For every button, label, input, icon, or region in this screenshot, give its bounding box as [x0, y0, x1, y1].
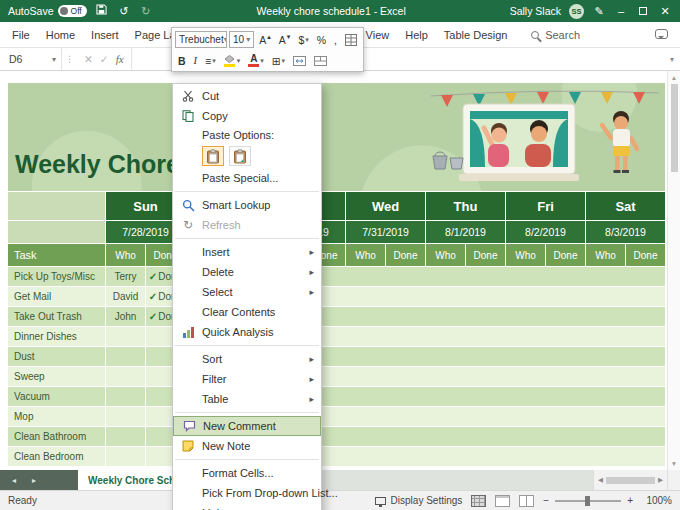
who-cell[interactable]: David	[106, 287, 145, 306]
tab-insert[interactable]: Insert	[83, 22, 127, 47]
menu-item-filter[interactable]: Filter▸	[173, 369, 321, 389]
date-cell[interactable]: 8/1/2019	[426, 221, 505, 243]
menu-item-link[interactable]: Link▸	[173, 503, 321, 510]
menu-item-table[interactable]: Table▸	[173, 389, 321, 409]
menu-item-format-cells[interactable]: Format Cells...	[173, 463, 321, 483]
task-cell[interactable]: Get Mail	[8, 287, 105, 306]
bold-button[interactable]: B	[175, 52, 189, 70]
sheet-navigation[interactable]: ◂ ▸	[0, 470, 78, 490]
menu-item-copy[interactable]: Copy	[173, 106, 321, 126]
next-sheet-icon[interactable]: ▸	[32, 476, 36, 485]
save-icon[interactable]	[95, 0, 109, 22]
tab-file[interactable]: File	[4, 22, 38, 47]
maximize-button[interactable]	[636, 0, 650, 22]
menu-item-sort[interactable]: Sort▸	[173, 349, 321, 369]
column-header-task[interactable]: Task	[8, 244, 105, 266]
menu-item-new-note[interactable]: New Note	[173, 436, 321, 456]
scroll-left-icon[interactable]: ◀	[598, 476, 603, 484]
font-color-button[interactable]: A▾	[245, 52, 267, 70]
task-cell[interactable]: Take Out Trash	[8, 307, 105, 326]
pen-icon[interactable]: ✎	[592, 0, 606, 22]
who-cell[interactable]	[106, 447, 145, 466]
cancel-icon[interactable]: ✕	[84, 53, 93, 65]
menu-item-insert[interactable]: Insert▸	[173, 242, 321, 262]
name-box[interactable]: D6▾	[0, 48, 62, 70]
column-header-done[interactable]: Done	[386, 244, 425, 266]
zoom-out-icon[interactable]: −	[543, 495, 549, 506]
borders-button[interactable]: ⊞▾	[269, 52, 288, 70]
who-cell[interactable]: Terry	[106, 267, 145, 286]
page-break-view-button[interactable]	[519, 495, 534, 507]
date-cell[interactable]: 8/3/2019	[586, 221, 665, 243]
display-settings-button[interactable]: Display Settings	[375, 495, 463, 506]
task-cell[interactable]: Sweep	[8, 367, 105, 386]
day-header-fri[interactable]: Fri	[506, 192, 585, 220]
banner-cell[interactable]: Weekly Chore Schedule	[8, 83, 665, 191]
percent-style-button[interactable]: %	[314, 31, 329, 49]
center-align-button[interactable]: ≡▾	[202, 52, 219, 70]
redo-icon[interactable]: ↻	[139, 0, 153, 22]
task-cell[interactable]: Clean Bathroom	[8, 427, 105, 446]
drag-handle-icon[interactable]: ⋮	[62, 48, 77, 70]
zoom-percentage[interactable]: 100%	[642, 495, 672, 506]
column-header-who[interactable]: Who	[346, 244, 385, 266]
enter-check-icon[interactable]: ✓	[100, 53, 109, 65]
task-cell[interactable]: Vacuum	[8, 387, 105, 406]
close-button[interactable]: ✕	[658, 0, 672, 22]
search-box[interactable]: Search	[531, 22, 580, 48]
vertical-scrollbar[interactable]: ▲ ▼	[667, 71, 680, 470]
menu-item-cut[interactable]: Cut	[173, 86, 321, 106]
user-name[interactable]: Sally Slack	[510, 5, 561, 17]
previous-sheet-icon[interactable]: ◂	[12, 476, 16, 485]
grow-font-button[interactable]: A▴	[256, 31, 274, 49]
autosave-toggle[interactable]: AutoSave Off	[8, 5, 87, 17]
who-cell[interactable]	[106, 407, 145, 426]
scroll-up-icon[interactable]: ▲	[671, 74, 677, 81]
horizontal-scroll-thumb[interactable]	[606, 477, 655, 484]
who-cell[interactable]	[106, 327, 145, 346]
vertical-scroll-thumb[interactable]	[671, 84, 678, 172]
insert-function-button[interactable]: fx	[116, 53, 124, 65]
tab-table-design[interactable]: Table Design	[436, 22, 516, 47]
zoom-slider-thumb[interactable]	[585, 496, 590, 506]
column-header-done[interactable]: Done	[626, 244, 665, 266]
merge-across-button[interactable]	[311, 52, 330, 70]
date-cell[interactable]: 7/31/2019	[346, 221, 425, 243]
tab-home[interactable]: Home	[38, 22, 83, 47]
who-cell[interactable]	[106, 427, 145, 446]
menu-item-smart-lookup[interactable]: Smart Lookup	[173, 195, 321, 215]
task-cell[interactable]: Dinner Dishes	[8, 327, 105, 346]
menu-item-clear-contents[interactable]: Clear Contents	[173, 302, 321, 322]
shrink-font-button[interactable]: A▾	[276, 31, 294, 49]
expand-formula-bar-icon[interactable]: ▾	[664, 48, 680, 70]
paste-values-button[interactable]	[229, 146, 251, 166]
who-cell[interactable]	[106, 387, 145, 406]
minimize-button[interactable]: –	[614, 0, 628, 22]
table-corner[interactable]	[8, 221, 105, 243]
column-header-done[interactable]: Done	[466, 244, 505, 266]
comments-icon[interactable]	[655, 29, 668, 39]
column-header-done[interactable]: Done	[546, 244, 585, 266]
menu-item-quick-analysis[interactable]: Quick Analysis	[173, 322, 321, 342]
undo-icon[interactable]: ↺	[117, 0, 131, 22]
task-cell[interactable]: Clean Bedroom	[8, 447, 105, 466]
avatar[interactable]: SS	[569, 4, 584, 19]
column-header-who[interactable]: Who	[106, 244, 145, 266]
horizontal-scrollbar[interactable]: ◀ ▶	[593, 470, 667, 490]
italic-button[interactable]: I	[191, 52, 201, 70]
format-table-button[interactable]	[342, 31, 360, 49]
menu-item-delete[interactable]: Delete▸	[173, 262, 321, 282]
column-header-who[interactable]: Who	[506, 244, 545, 266]
who-cell[interactable]	[106, 347, 145, 366]
menu-item-paste-special[interactable]: Paste Special...	[173, 168, 321, 188]
tab-help[interactable]: Help	[397, 22, 436, 47]
normal-view-button[interactable]	[471, 495, 486, 507]
font-name-select[interactable]: Trebuchet▾	[175, 31, 227, 48]
who-cell[interactable]: John	[106, 307, 145, 326]
fill-color-button[interactable]: ▾	[221, 52, 244, 70]
task-cell[interactable]: Dust	[8, 347, 105, 366]
accounting-format-button[interactable]: $▾	[295, 31, 311, 49]
autosave-pill[interactable]: Off	[58, 5, 87, 17]
column-header-who[interactable]: Who	[586, 244, 625, 266]
menu-item-new-comment[interactable]: New Comment	[173, 416, 321, 436]
